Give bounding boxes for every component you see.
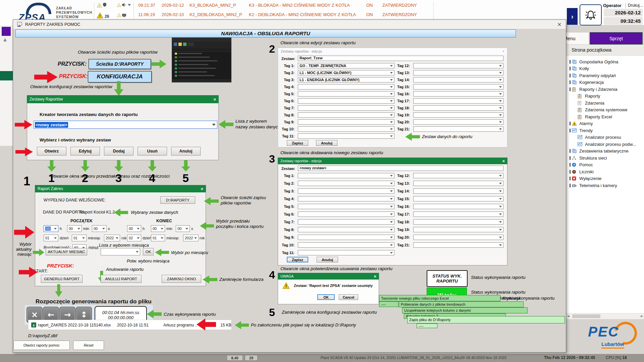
end-sec-select[interactable]: 00 (176, 225, 190, 232)
zestawy-button-otwrz[interactable]: Otwórz (37, 147, 66, 156)
left-purple-tile[interactable] (2, 27, 11, 36)
raport-zakres-titlebar[interactable]: Raport Zakres× (35, 185, 206, 192)
tag-18-select[interactable] (413, 219, 503, 225)
alarm-time[interactable]: 11:06:19 (138, 12, 155, 17)
zestawy-button-usu[interactable]: Usuń (138, 147, 167, 156)
zestawy-button-dodaj[interactable]: Dodaj (104, 147, 133, 156)
speaker-icon[interactable] (122, 3, 126, 7)
sidebar-item-struktura-sieci[interactable]: Struktura sieci (566, 155, 644, 162)
tag-3-select[interactable] (298, 188, 394, 194)
tag-21-select[interactable] (413, 126, 503, 132)
start-day-select[interactable]: 01 (44, 235, 58, 241)
alarm-date[interactable]: 2026-02-10 (162, 12, 184, 17)
tag-8-select[interactable] (298, 112, 394, 118)
sidebar-item-raporty-i-zdarzenia[interactable]: Raporty i Zdarzenia (566, 86, 644, 93)
tag-19-select[interactable] (413, 227, 503, 232)
sidebar-scrollbar[interactable]: ◄ ► (566, 313, 644, 319)
sidebar-item-raporty[interactable]: Raporty (566, 93, 644, 100)
end-hour-select[interactable]: 00 (127, 225, 141, 232)
path-button[interactable]: Ścieżka D:\RAPORTY (89, 59, 151, 69)
tag-17-select[interactable] (413, 212, 503, 217)
sidebar-item-zdarzenia[interactable]: Zdarzenia (566, 100, 644, 107)
tag-4-select[interactable] (298, 196, 394, 201)
zamknij-okno-button[interactable]: ZAMKNIJ OKNO (162, 275, 201, 283)
alarm-count-icon[interactable]: ! (97, 12, 103, 18)
tag-13-select[interactable] (413, 181, 503, 186)
zestawy-button-edytuj[interactable]: Edytuj (70, 147, 100, 156)
tag-2-select[interactable]: L1 - MOC (LICZNIK GŁÓWNY) (298, 70, 394, 75)
tag-21-select[interactable] (413, 242, 503, 248)
tag-11-select[interactable] (298, 133, 394, 139)
sidebar-item-zestawienia-tabelaryczne[interactable]: Zestawienia tabelaryczne (566, 148, 644, 155)
tag-5-select[interactable] (298, 204, 394, 209)
alarm-date[interactable]: 2026-02-12 (162, 3, 184, 8)
main-dialog-close-icon[interactable]: × (557, 21, 561, 27)
config-button[interactable]: KONFIGURACJA (88, 71, 152, 82)
alarm-state[interactable]: ON (366, 3, 373, 8)
start-hour-select[interactable]: 00 (44, 225, 58, 232)
monitor-icon[interactable] (122, 13, 126, 17)
alarm-tag[interactable]: K2_DEBLOKADA_MIN2_P (190, 12, 242, 17)
alarm-time[interactable]: 08:21:37 (138, 3, 155, 8)
tag-19-select[interactable] (413, 112, 503, 118)
print-button[interactable]: Drukuj... (628, 3, 643, 8)
end-min-select[interactable]: 00 (151, 225, 165, 232)
start-month-select[interactable]: 01 (72, 235, 87, 241)
chevron-down-icon[interactable] (128, 4, 131, 6)
sidebar-item-alarmy[interactable]: !Alarmy (566, 120, 644, 127)
raport-path-button[interactable]: D:\RAPORTY (160, 196, 195, 204)
tag-14-select[interactable] (413, 188, 503, 194)
scroll-right-icon[interactable]: ► (641, 314, 643, 318)
anuluj-raport-button[interactable]: ANULUJ RAPORT (101, 275, 142, 283)
operator-menu[interactable]: Operator (603, 3, 622, 8)
edit-dialog-titlebar[interactable]: Zestawy raportów - edycja× (278, 48, 507, 54)
start-year-select[interactable]: 2022 (104, 235, 120, 241)
ok-button[interactable]: OK (143, 248, 154, 255)
tag-6-select[interactable] (298, 98, 394, 104)
left-up-arrow-icon[interactable]: ▲ (3, 37, 7, 42)
end-day-select[interactable]: 02 (127, 235, 141, 241)
alarm-message[interactable]: K2 - DEBLOKADA - MIN2 CIŚNIENIE WODY Z K… (249, 12, 356, 17)
uwaga-close-icon[interactable]: × (374, 274, 376, 279)
next-page-button[interactable]: › (567, 8, 578, 25)
sidebar-item-kogeneracja[interactable]: Kogeneracja (566, 79, 644, 86)
alarm-state[interactable]: ON (366, 12, 373, 17)
sidebar-item-gospodarka-ogólna[interactable]: Gospodarka Ogólna (566, 58, 644, 65)
tag-17-select[interactable] (413, 98, 503, 104)
sidebar-item-liczniki[interactable]: Liczniki (566, 168, 644, 175)
sidebar-item-kotły[interactable]: Kotły (566, 65, 644, 72)
tag-9-select[interactable] (298, 119, 394, 125)
uwaga-cancel-button[interactable]: Cancel (339, 294, 358, 300)
scroll-thumb[interactable] (572, 314, 600, 318)
combo-caret-icon[interactable] (212, 124, 216, 126)
tag-15-select[interactable] (413, 196, 503, 201)
sidebar-item-raporty-excel[interactable]: Raporty Excel (566, 113, 644, 120)
add-dialog-titlebar[interactable]: Zestawy raportów - edycja× (278, 158, 507, 164)
zestaw-input-b[interactable]: <nowy zestaw> (298, 166, 503, 171)
zapisz-button-a[interactable]: Zapisz (287, 140, 308, 146)
alarm-status[interactable]: ZATWIERDZONY (382, 3, 417, 8)
zestaw-combobox[interactable]: <nowy zestaw> (34, 121, 217, 129)
uwaga-ok-button[interactable]: OK (317, 294, 335, 300)
tag-20-select[interactable] (413, 235, 503, 240)
tag-1-select[interactable]: GO - TEMP. ZEWNĘTRZNA (298, 63, 394, 68)
start-sec-select[interactable]: 00 (92, 225, 107, 232)
end-month-select[interactable]: 01 (151, 235, 165, 241)
tag-7-select[interactable] (298, 219, 394, 225)
tag-4-select[interactable] (298, 84, 394, 89)
alarm-message[interactable]: K3 - BLOKADA - MIN2 CIŚNIENIE WODY Z KOT… (249, 3, 350, 8)
alarm-status[interactable]: ZATWIERDZONY (382, 12, 417, 17)
sidebar-item-wyłączenie[interactable]: Wyłączenie (566, 175, 644, 182)
add-dialog-close-icon[interactable]: × (502, 159, 505, 164)
tag-15-select[interactable] (413, 84, 503, 89)
tag-6-select[interactable] (298, 212, 394, 217)
tag-12-select[interactable] (413, 173, 503, 178)
tag-13-select[interactable] (413, 70, 503, 75)
tag-1-select[interactable] (298, 173, 394, 178)
tag-10-select[interactable] (298, 242, 394, 248)
zestawy-titlebar[interactable]: Zestawy Raportów× (27, 95, 219, 103)
uwaga-titlebar[interactable]: UWAGA× (278, 273, 379, 280)
sidebar-item-parametry-odpylań[interactable]: Parametry odpylań (566, 72, 644, 79)
sidebar-item-telemetria-i-kamery[interactable]: Telemetria i kamery (566, 182, 644, 189)
tag-20-select[interactable] (413, 119, 503, 125)
